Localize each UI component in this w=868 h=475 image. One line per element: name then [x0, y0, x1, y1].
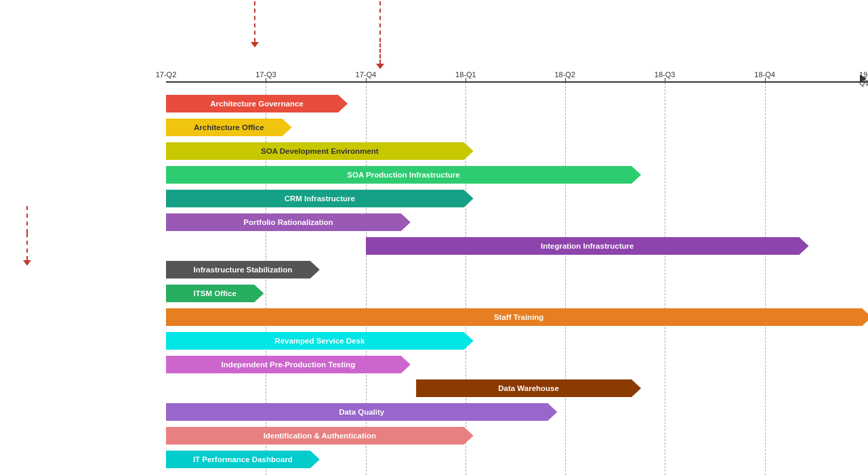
bar-portfolio: Portfolio Rationalization [166, 213, 411, 231]
bar-label-architecture-office: Architecture Office [166, 123, 292, 131]
bar-label-portfolio: Portfolio Rationalization [166, 218, 411, 226]
tick-mark-18-Q4 [765, 78, 766, 83]
tick-mark-18-Q3 [665, 78, 665, 83]
bar-soa-dev: SOA Development Environment [166, 142, 474, 160]
bar-label-soa-prod: SOA Production Infrastructure [166, 171, 641, 179]
lane-dashed-line2 [26, 233, 28, 260]
bar-label-id-auth: Identification & Authentication [166, 432, 474, 440]
timeframe-arrow [251, 42, 259, 47]
bar-label-infra-stab: Infrastructure Stabilization [166, 266, 320, 274]
lane-arrow [23, 206, 31, 266]
bar-itsm: ITSM Office [166, 285, 264, 302]
bar-label-pre-prod: Independent Pre-Production Testing [166, 360, 411, 369]
bar-label-integration: Integration Infrastructure [366, 242, 809, 250]
bar-label-itsm: ITSM Office [166, 289, 264, 297]
bar-architecture-governance: Architecture Governance [166, 95, 348, 112]
sidebar [0, 203, 54, 271]
bar-soa-prod: SOA Production Infrastructure [166, 166, 641, 184]
tick-mark-18-Q2 [565, 78, 566, 83]
gantt-chart: 17-Q217-Q317-Q418-Q118-Q218-Q318-Q419-Q1… [0, 0, 868, 475]
bar-infra-stab: Infrastructure Stabilization [166, 261, 320, 278]
bar-arrow [376, 64, 384, 69]
bar-id-auth: Identification & Authentication [166, 427, 474, 445]
bar-label-crm: CRM Infrastructure [166, 194, 474, 203]
bar-data-quality: Data Quality [166, 403, 557, 421]
bar-service-desk: Revamped Service Desk [166, 332, 474, 350]
bar-label-service-desk: Revamped Service Desk [166, 337, 474, 345]
bar-data-warehouse: Data Warehouse [416, 379, 641, 397]
lane-dashed-line [26, 206, 28, 233]
tick-17-Q2: 17-Q2 [156, 70, 177, 79]
tick-mark-17-Q3 [266, 78, 266, 83]
timeframe-dashed [254, 1, 255, 42]
bar-dashed [379, 1, 381, 42]
bar-dashed2 [379, 43, 381, 64]
bar-label-architecture-governance: Architecture Governance [166, 100, 348, 108]
timeline-base [166, 81, 868, 83]
bar-label-staff-training: Staff Training [166, 313, 868, 321]
bar-architecture-office: Architecture Office [166, 119, 292, 136]
bar-label-it-perf: IT Performance Dashboard [166, 455, 320, 463]
bar-crm: CRM Infrastructure [166, 190, 474, 207]
bar-label-data-warehouse: Data Warehouse [416, 384, 641, 392]
bar-staff-training: Staff Training [166, 308, 868, 326]
tick-mark-18-Q1 [466, 78, 466, 83]
bar-integration: Integration Infrastructure [366, 237, 809, 255]
tick-mark-19-Q1 [865, 78, 865, 83]
bar-pre-prod: Independent Pre-Production Testing [166, 356, 411, 373]
tick-19-Q1: 19-Q1 [859, 70, 868, 87]
bar-annotation [376, 0, 384, 69]
timeframe-annotation [251, 0, 259, 47]
grid-line-18-Q2 [565, 83, 566, 475]
grid-line-18-Q3 [665, 83, 665, 475]
bar-it-perf: IT Performance Dashboard [166, 451, 320, 468]
bar-label-soa-dev: SOA Development Environment [166, 147, 474, 155]
lane-arrow-down [23, 260, 31, 266]
tick-mark-17-Q4 [366, 78, 367, 83]
bar-label-data-quality: Data Quality [166, 408, 557, 416]
grid-line-18-Q4 [765, 83, 766, 475]
